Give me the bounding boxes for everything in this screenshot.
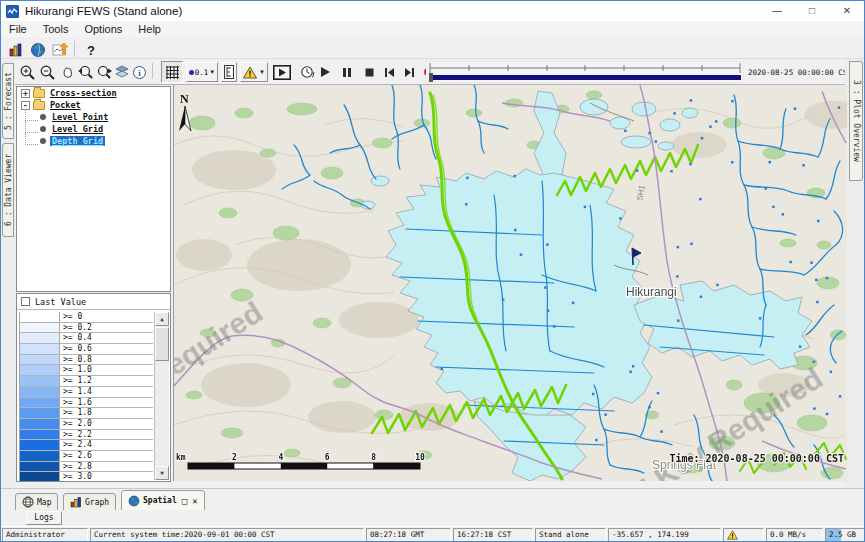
longitudinal-profile-button[interactable] [221, 62, 237, 82]
level-point-dot [553, 325, 556, 328]
tree-item-level-point[interactable]: Level Point [17, 111, 170, 123]
status-cell-system-time: Current system time:2020-09-01 00:00 CST [90, 528, 364, 542]
level-point-dot [632, 365, 635, 368]
legend-class-label: >= 2.4 [60, 440, 92, 450]
status-cell-memory: 2.5 GB [825, 528, 865, 542]
pause-icon [342, 67, 352, 78]
level-point-dot [502, 298, 505, 301]
tree-item-level-grid[interactable]: Level Grid [17, 123, 170, 135]
stop-button[interactable] [361, 62, 377, 82]
timeseries-dialog-button[interactable] [50, 40, 70, 60]
tree-item-pocket[interactable]: -Pocket [17, 99, 170, 111]
level-point-dot [759, 317, 762, 320]
expand-icon[interactable]: + [21, 89, 30, 98]
legend-color-swatch [20, 398, 60, 408]
status-text: 2.5 GB [829, 530, 856, 539]
bottom-tab-bar: MapGraphSpatial□✕ [1, 488, 864, 510]
tree-item-cross-section[interactable]: +Cross-section [17, 87, 170, 99]
level-point-dot [655, 140, 658, 143]
legend-class-label: >= 1.2 [60, 376, 92, 386]
legend-class-label: >= 1.4 [60, 387, 92, 397]
map-canvas[interactable]: API Key Required API Key Required Hikura… [174, 85, 847, 481]
maximize-button[interactable]: □ [795, 1, 829, 21]
animation-panel-button[interactable] [272, 62, 292, 82]
contour-threshold-dropdown[interactable]: 0.1 ▼ [186, 62, 218, 82]
legend-color-swatch [20, 419, 60, 429]
animation-settings-button[interactable] [297, 62, 317, 82]
info-button[interactable]: i [129, 62, 149, 82]
tab-spatial[interactable]: Spatial□✕ [121, 490, 205, 511]
level-point-dot [520, 253, 523, 256]
scale-tick-label: 6 [325, 453, 330, 462]
tab-maximize-icon[interactable]: □ [182, 496, 187, 506]
warning-icon [243, 66, 257, 79]
app-icon [6, 5, 19, 18]
menu-item-tools[interactable]: Tools [43, 23, 69, 35]
tree-item-depth-grid[interactable]: Depth Grid [17, 135, 170, 147]
side-tab-data-viewer[interactable]: 6 : Data Viewer [2, 143, 14, 237]
pause-button[interactable] [339, 62, 355, 82]
menu-item-file[interactable]: File [9, 23, 27, 35]
legend-row: >= 2.2 [20, 430, 153, 441]
level-point-dot [699, 198, 702, 201]
tab-close-icon[interactable]: ✕ [192, 496, 197, 506]
skip-end-button[interactable] [401, 62, 417, 82]
zoom-in-button[interactable] [17, 62, 37, 82]
database-chart-button[interactable] [6, 40, 26, 60]
zoom-out-button[interactable] [37, 62, 57, 82]
status-cell-mode: Stand alone [535, 528, 606, 542]
skip-start-button[interactable] [381, 62, 397, 82]
legend-row: >= 1.0 [20, 365, 153, 376]
help-button[interactable]: ? [81, 40, 101, 60]
scroll-down-button[interactable]: ▼ [155, 466, 169, 480]
level-point-dot [595, 439, 598, 442]
play-box-icon [273, 65, 291, 80]
logs-button[interactable]: Logs [26, 511, 62, 525]
tab-map[interactable]: Map [15, 493, 58, 511]
zoom-previous-button[interactable] [75, 62, 95, 82]
play-button[interactable] [317, 62, 333, 82]
time-slider[interactable] [426, 61, 744, 83]
menu-item-options[interactable]: Options [84, 23, 122, 35]
pan-button[interactable] [57, 62, 77, 82]
legend-class-label: >= 0.6 [60, 344, 92, 354]
legend-scrollbar[interactable]: ▲ ▼ [154, 312, 169, 480]
folder-icon [33, 89, 45, 98]
tree-item-label: Level Point [50, 112, 110, 122]
time-slider-loaded-bar [429, 75, 741, 80]
level-point-dot [465, 203, 468, 206]
last-value-checkbox[interactable] [21, 297, 30, 306]
level-point-dot [624, 130, 627, 133]
map-view[interactable]: API Key Required API Key Required Hikura… [173, 85, 846, 481]
level-point-dot [572, 302, 575, 305]
legend-row: >= 0.8 [20, 355, 153, 366]
level-point-dot [619, 217, 622, 220]
map-display-button[interactable] [28, 40, 48, 60]
tree-connector [25, 121, 38, 133]
legend-class-label: >= 2.0 [60, 419, 92, 429]
level-point-dot [813, 361, 816, 364]
level-point-dot [715, 120, 718, 123]
side-tab-plot-overview[interactable]: 3 : Plot Overview [849, 61, 863, 181]
side-tab-forecast[interactable]: 5 : Forecast [2, 63, 14, 139]
legend-row: >= 0.2 [20, 323, 153, 334]
scrollbar-thumb[interactable] [155, 327, 169, 361]
skip-end-icon [404, 67, 415, 78]
info-icon: i [132, 65, 147, 80]
close-button[interactable]: ✕ [830, 1, 864, 21]
level-point-dot [716, 284, 719, 287]
level-point-dot [794, 108, 797, 111]
bar-chart-icon [70, 496, 82, 508]
tab-graph[interactable]: Graph [63, 493, 116, 511]
tree-item-label: Depth Grid [50, 136, 105, 146]
scroll-up-button[interactable]: ▲ [155, 312, 169, 326]
minimize-button[interactable]: — [760, 1, 794, 21]
show-grid-button[interactable] [161, 61, 183, 83]
zoom-next-button[interactable] [94, 62, 114, 82]
menu-item-help[interactable]: Help [138, 23, 161, 35]
thresholds-dropdown[interactable]: ▼ [240, 62, 268, 82]
level-point-dot [670, 170, 673, 173]
legend-color-swatch [20, 440, 60, 450]
level-point-dot [830, 371, 833, 374]
time-slider-handle[interactable] [429, 73, 433, 82]
